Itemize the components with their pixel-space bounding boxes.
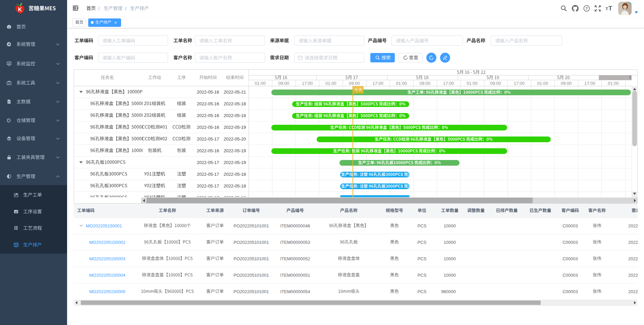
svg-text:?: ? (586, 6, 588, 10)
svg-text:K: K (18, 7, 22, 12)
